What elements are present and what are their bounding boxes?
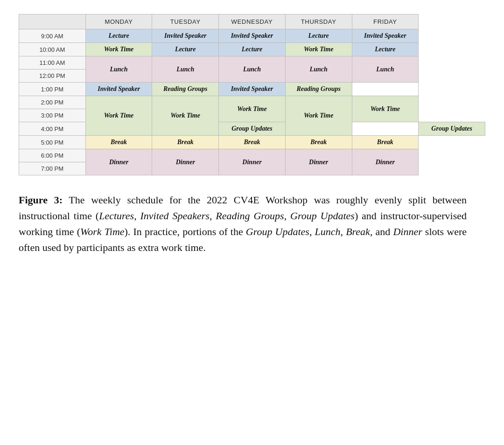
schedule-cell: Lecture: [219, 43, 286, 56]
schedule-cell: Lecture: [352, 43, 419, 56]
tuesday-header: TUESDAY: [152, 14, 219, 29]
schedule-cell: Work Time: [85, 43, 152, 56]
schedule-cell: Break: [352, 136, 419, 149]
time-cell: 9:00 AM: [19, 29, 86, 43]
schedule-cell: [352, 122, 419, 136]
schedule-cell: Dinner: [352, 149, 419, 175]
table-row: 6:00 PM Dinner Dinner Dinner Dinner Dinn…: [19, 149, 485, 162]
time-cell: 5:00 PM: [19, 136, 86, 149]
schedule-cell: Work Time: [352, 96, 419, 122]
schedule-cell: Lunch: [285, 56, 352, 83]
time-cell: 12:00 PM: [19, 70, 86, 83]
schedule-cell: Work Time: [152, 96, 219, 136]
schedule-cell: Invited Speaker: [152, 29, 219, 43]
schedule-cell: Work Time: [219, 96, 286, 122]
figure-label: Figure 3:: [19, 194, 63, 206]
schedule-cell: Invited Speaker: [219, 29, 286, 43]
table-row: 9:00 AM Lecture Invited Speaker Invited …: [19, 29, 485, 43]
schedule-cell: Work Time: [85, 96, 152, 136]
time-cell: 7:00 PM: [19, 162, 86, 175]
schedule-cell: Lunch: [352, 56, 419, 83]
schedule-cell: Lunch: [152, 56, 219, 83]
table-row: 10:00 AM Work Time Lecture Lecture Work …: [19, 43, 485, 56]
time-cell: 6:00 PM: [19, 149, 86, 162]
table-row: 2:00 PM Work Time Work Time Work Time Wo…: [19, 96, 485, 109]
wednesday-header: WEDNESDAY: [219, 14, 286, 29]
schedule-cell: Group Updates: [219, 122, 286, 136]
schedule-cell: Dinner: [285, 149, 352, 175]
schedule-cell: Invited Speaker: [85, 83, 152, 96]
time-cell: 2:00 PM: [19, 96, 86, 109]
schedule-cell: Reading Groups: [152, 83, 219, 96]
schedule-table: MONDAY TUESDAY WEDNESDAY THURSDAY FRIDAY…: [19, 14, 485, 175]
schedule-cell: Lunch: [219, 56, 286, 83]
schedule-cell: Lecture: [152, 43, 219, 56]
time-cell: 1:00 PM: [19, 83, 86, 96]
friday-header: FRIDAY: [352, 14, 419, 29]
time-cell: 10:00 AM: [19, 43, 86, 56]
schedule-table-container: MONDAY TUESDAY WEDNESDAY THURSDAY FRIDAY…: [19, 14, 485, 175]
schedule-cell: Break: [285, 136, 352, 149]
schedule-cell: Invited Speaker: [219, 83, 286, 96]
schedule-cell: Break: [85, 136, 152, 149]
schedule-cell: [352, 83, 419, 96]
time-cell: 4:00 PM: [19, 122, 86, 136]
time-cell: 11:00 AM: [19, 56, 86, 70]
table-row: 1:00 PM Invited Speaker Reading Groups I…: [19, 83, 485, 96]
schedule-cell: Lunch: [85, 56, 152, 83]
schedule-cell: Break: [219, 136, 286, 149]
schedule-cell: Invited Speaker: [352, 29, 419, 43]
schedule-cell: Dinner: [219, 149, 286, 175]
time-cell: 3:00 PM: [19, 109, 86, 122]
time-header: [19, 14, 86, 29]
schedule-cell: Lecture: [85, 29, 152, 43]
schedule-cell: Reading Groups: [285, 83, 352, 96]
figure-caption: Figure 3: The weekly schedule for the 20…: [19, 192, 467, 256]
schedule-cell: Dinner: [85, 149, 152, 175]
schedule-cell: Work Time: [285, 96, 352, 136]
thursday-header: THURSDAY: [285, 14, 352, 29]
schedule-cell: Dinner: [152, 149, 219, 175]
schedule-cell: Group Updates: [419, 122, 485, 136]
table-row: 11:00 AM Lunch Lunch Lunch Lunch Lunch: [19, 56, 485, 70]
table-row: 5:00 PM Break Break Break Break Break: [19, 136, 485, 149]
schedule-cell: Lecture: [285, 29, 352, 43]
monday-header: MONDAY: [85, 14, 152, 29]
schedule-cell: Break: [152, 136, 219, 149]
schedule-cell: Work Time: [285, 43, 352, 56]
